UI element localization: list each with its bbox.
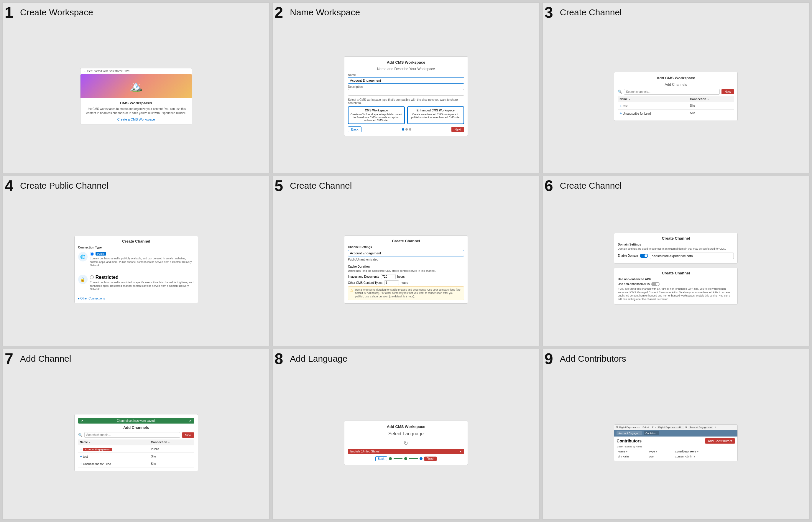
step-number-2: 2 bbox=[275, 5, 288, 20]
step-title-6: Create Channel bbox=[560, 181, 622, 191]
name-workspace-modal-subtitle: Name and Describe Your Workspace bbox=[348, 67, 464, 71]
dropdown-arrow-icon: ▼ bbox=[459, 450, 462, 453]
add-channel-modal-7: ✔ Channel settings were saved. ✕ Add Cha… bbox=[74, 414, 198, 471]
warning-text: Use a long cache duration for stable Ima… bbox=[355, 288, 462, 299]
non-enhanced-section-label: Use non-enhanced APIs bbox=[618, 278, 734, 281]
search-channels-input-7[interactable] bbox=[84, 432, 180, 438]
chevron-down-icon: ⌄ bbox=[83, 69, 86, 73]
non-enhanced-desc: If you are using this channel with an Au… bbox=[618, 287, 734, 301]
cell-4: 4 Create Public Channel Create Channel C… bbox=[2, 176, 270, 347]
dot-2 bbox=[405, 128, 408, 130]
images-row: Images and Documents hours bbox=[348, 274, 464, 279]
public-option[interactable]: 🌐 Public Content on this channel is publ… bbox=[78, 250, 194, 269]
create-workspace-link[interactable]: Create a CMS Workspace bbox=[85, 118, 188, 121]
images-unit: hours bbox=[397, 275, 405, 278]
next-button-2[interactable]: Next bbox=[451, 127, 464, 132]
close-icon[interactable]: ✕ bbox=[189, 419, 191, 422]
step2-footer: Back Next bbox=[348, 126, 464, 132]
cell-9-header: 9 Add Contributors bbox=[543, 349, 809, 367]
restricted-radio[interactable] bbox=[90, 275, 94, 279]
add-channels-subtitle-3: Add Channels bbox=[618, 82, 734, 87]
channel-name-input-5[interactable] bbox=[348, 250, 464, 257]
account-engage-tab[interactable]: Account Engage... bbox=[616, 431, 642, 435]
workspace-desc-input[interactable] bbox=[348, 89, 464, 96]
dropdown-icon-role[interactable]: ▼ bbox=[693, 455, 696, 458]
cell-4-content: Create Channel Connection Type 🌐 Public … bbox=[3, 195, 269, 346]
expand-test-7[interactable]: + bbox=[80, 454, 82, 459]
contributor-role: Content Admin ▼ bbox=[674, 454, 735, 459]
cell-2-header: 2 Name Workspace bbox=[273, 3, 539, 21]
tab-digital-exp[interactable]: Digital Experiences H... bbox=[657, 426, 684, 429]
cell-6-header: 6 Create Channel bbox=[543, 176, 809, 195]
contrib-col-role: Contributor Role ▼ bbox=[674, 449, 735, 454]
images-val-input[interactable] bbox=[381, 274, 396, 279]
step-number-8: 8 bbox=[275, 351, 288, 366]
other-val-input[interactable] bbox=[384, 280, 399, 285]
tab-account-engagement-top[interactable]: Account Engagement bbox=[689, 426, 714, 429]
public-desc: Content on this channel is publicly avai… bbox=[90, 257, 194, 267]
add-contributors-button[interactable]: Add Contributors bbox=[705, 438, 735, 444]
new-button-3[interactable]: New bbox=[721, 89, 734, 94]
domain-input[interactable] bbox=[650, 253, 734, 259]
restricted-desc: Content on this channel is restricted to… bbox=[90, 281, 194, 291]
connection-type-box: Create Channel Connection Type 🌐 Public … bbox=[74, 236, 198, 303]
spinner-area: ↻ bbox=[348, 440, 464, 446]
non-enhanced-row: Use non-enhanced APIs .toggle.off::after… bbox=[618, 282, 734, 286]
cell-5: 5 Create Channel Create Channel Channel … bbox=[272, 176, 539, 347]
grid-icon: ⊞ bbox=[616, 426, 618, 428]
channel-settings-box: Create Channel Channel Settings Public/U… bbox=[344, 236, 468, 304]
expand-ae[interactable]: + bbox=[80, 446, 82, 451]
divider-4a bbox=[78, 271, 194, 271]
finish-button[interactable]: Finish bbox=[424, 457, 437, 461]
digital-experiences-label: Digital Experiences bbox=[619, 426, 639, 428]
public-radio[interactable] bbox=[90, 252, 94, 256]
enhanced-cms-workspace-card[interactable]: Enhanced CMS Workspace Create an enhance… bbox=[407, 106, 464, 124]
back-button-8[interactable]: Back bbox=[375, 456, 387, 461]
contrib-tab[interactable]: Contribu... bbox=[643, 431, 659, 435]
channels-table-3: Name ▼ Connection ▼ + test Site bbox=[618, 96, 734, 117]
other-content-unit: hours bbox=[401, 281, 408, 284]
channel-row-test: + test Site bbox=[618, 102, 734, 109]
search-channels-input-3[interactable] bbox=[624, 89, 720, 95]
restricted-option[interactable]: 🔒 Restricted Content on this channel is … bbox=[78, 273, 194, 293]
expand-unsubscribe[interactable]: + bbox=[619, 111, 622, 116]
workspace-type-label: Select a CMS workspace type that's compa… bbox=[348, 98, 464, 105]
language-dropdown[interactable]: English (United States) ▼ bbox=[348, 449, 464, 454]
contrib-col-type: Type ▼ bbox=[648, 449, 674, 454]
new-button-7[interactable]: New bbox=[182, 433, 194, 438]
workspace-name-input[interactable] bbox=[348, 77, 464, 84]
search-row-7: 🔍 New bbox=[78, 432, 194, 438]
prog-dot-2 bbox=[404, 457, 407, 460]
channel-row-account-engagement: + Account Engagement Public bbox=[78, 445, 194, 453]
contributor-type: User bbox=[648, 454, 674, 459]
channel-row-unsubscribe-7: + Unsubscribe for Lead Site bbox=[78, 460, 194, 467]
enable-domain-toggle[interactable] bbox=[640, 254, 648, 258]
cms-workspace-body: CMS Workspaces Use CMS workspaces to cre… bbox=[80, 98, 192, 124]
warning-icon: ⚠ bbox=[350, 288, 354, 293]
back-button-2[interactable]: Back bbox=[348, 126, 361, 132]
step-title-9: Add Contributors bbox=[560, 354, 626, 364]
cell-2-content: Add CMS Workspace Name and Describe Your… bbox=[273, 21, 539, 173]
restricted-option-content: Restricted Content on this channel is re… bbox=[90, 275, 194, 291]
images-label: Images and Documents bbox=[348, 275, 379, 278]
cell-3: 3 Create Channel Add CMS Workspace Add C… bbox=[542, 2, 810, 173]
expand-test[interactable]: + bbox=[619, 103, 622, 108]
channel-settings-label: Channel Settings bbox=[348, 245, 464, 249]
language-modal-title: Add CMS Workspace bbox=[348, 424, 464, 429]
cell-6: 6 Create Channel Create Channel Domain S… bbox=[542, 176, 810, 347]
chevron-icon-4: ▸ bbox=[78, 297, 80, 300]
step-title-4: Create Public Channel bbox=[20, 181, 108, 191]
main-grid: 1 Create Workspace ⌄ Get Started with Sa… bbox=[0, 0, 812, 522]
cms-workspace-card[interactable]: CMS Workspace Create a CMS workspace to … bbox=[348, 106, 405, 124]
expand-unsubscribe-7[interactable]: + bbox=[80, 461, 82, 466]
contributors-header-bar: Account Engage... Contribu... bbox=[614, 430, 737, 437]
other-content-row: Other CMS Content Types hours bbox=[348, 280, 464, 285]
cms-card-desc: Create a CMS workspace to publish conten… bbox=[350, 113, 402, 122]
cell-7-header: 7 Add Channel bbox=[3, 349, 269, 367]
non-enhanced-toggle[interactable]: .toggle.off::after{right:auto;left:2px;} bbox=[651, 282, 659, 286]
select-dropdown-topbar[interactable]: Select... ▼ bbox=[642, 426, 654, 428]
progress-indicator: Back Finish bbox=[348, 456, 464, 461]
col-connection-header-3: Connection ▼ bbox=[688, 96, 734, 102]
search-icon-7: 🔍 bbox=[78, 433, 83, 437]
other-connections-link[interactable]: ▸ Other Connections bbox=[78, 297, 194, 300]
